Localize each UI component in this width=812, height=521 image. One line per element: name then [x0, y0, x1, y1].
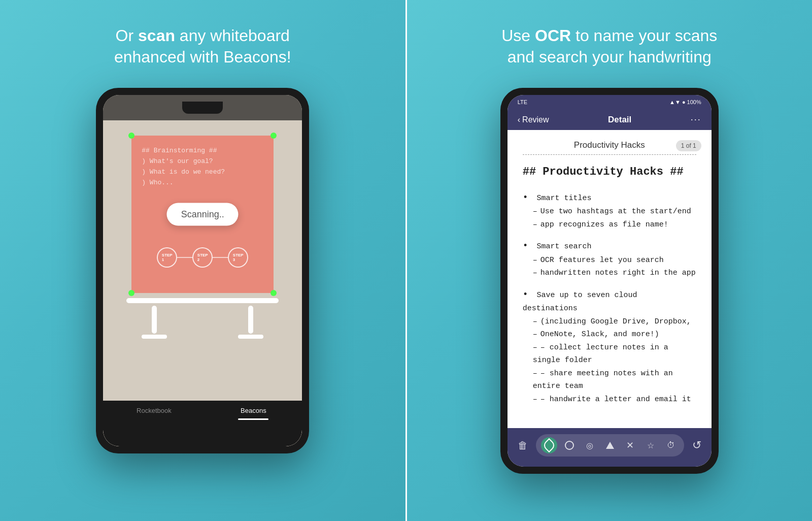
bullet3-main: Save up to seven cloud destinations: [523, 291, 637, 313]
tool-circle-icon[interactable]: [561, 437, 578, 453]
triangle-shape: [606, 442, 614, 449]
left-panel: Or scan any whiteboard enhanced with Bea…: [0, 0, 405, 521]
left-phone-mockup: ## Brainstorming ## ) What's our goal? )…: [96, 88, 309, 453]
bullet3-sub5: – handwrite a letter and email it: [523, 393, 696, 406]
bullet1-main: Smart titles: [537, 194, 592, 203]
whiteboard-board: ## Brainstorming ## ) What's our goal? )…: [131, 136, 274, 293]
tab-rocketbook[interactable]: Rocketbook: [137, 407, 172, 414]
star-symbol: ☆: [647, 441, 654, 450]
right-phone-mockup: LTE ▲▼ ● 100% ‹ Review Detail ··· 1 of 1…: [500, 88, 719, 474]
back-chevron-icon: ‹: [518, 115, 520, 124]
camera-view: ## Brainstorming ## ) What's our goal? )…: [103, 95, 302, 446]
right-phone-screen: LTE ▲▼ ● 100% ‹ Review Detail ··· 1 of 1…: [507, 95, 712, 467]
whiteboard-line1: ) What's our goal?: [142, 156, 263, 167]
whiteboard-title: ## Brainstorming ##: [142, 146, 263, 156]
tab-bar[interactable]: Rocketbook Beacons: [103, 401, 302, 446]
nav-back-label: Review: [522, 115, 549, 124]
bullet2-sub2: handwritten notes right in the app: [523, 267, 696, 280]
note-handwriting: ## Productivity Hacks ## Smart titles Us…: [523, 162, 696, 406]
trash-icon[interactable]: 🗑: [518, 440, 528, 451]
stand-leg-left: [152, 306, 157, 334]
right-title-line2: and search your handwriting: [507, 48, 712, 66]
bullet2-sub1: OCR features let you search: [523, 254, 696, 267]
tool-triangle-icon[interactable]: [602, 437, 618, 453]
status-icons: ▲▼ ● 100%: [669, 99, 701, 105]
stand-leg-right: [248, 306, 253, 334]
corner-dot-tr: [270, 133, 277, 139]
tab-active-indicator: [238, 418, 268, 420]
tool-x-icon[interactable]: ✕: [622, 437, 638, 453]
steps-row: STEP1 STEP2 STEP3: [157, 247, 248, 268]
clock-symbol: ⏱: [667, 441, 675, 450]
circle-shape: [565, 441, 574, 450]
right-panel: Use OCR to name your scans and search yo…: [407, 0, 813, 521]
tool-clock-icon[interactable]: ⏱: [663, 437, 679, 453]
stand-legs: [152, 306, 253, 334]
stand-foot-left: [142, 335, 167, 339]
step-2: STEP2: [192, 247, 213, 268]
nav-bar: ‹ Review Detail ···: [507, 109, 712, 130]
wave-symbol: ◎: [586, 441, 593, 450]
scanning-badge: Scanning..: [167, 203, 239, 226]
leaf-shape: [542, 438, 556, 452]
list-item-3: Save up to seven cloud destinations (inc…: [523, 287, 696, 406]
bullet1-sub1: Use two hashtags at the start/end: [523, 205, 696, 218]
status-lte: LTE: [518, 99, 527, 105]
bullet3-sub3: – collect lecture notes in a single fold…: [523, 341, 696, 367]
left-title-line2: enhanced with Beacons!: [114, 48, 291, 66]
document-title: Productivity Hacks: [523, 140, 696, 155]
bullet1-sub2: app recognizes as file name!: [523, 218, 696, 232]
left-phone-screen: ## Brainstorming ## ) What's our goal? )…: [103, 95, 302, 446]
tab-beacons[interactable]: Beacons: [238, 407, 268, 420]
undo-icon[interactable]: ↺: [692, 439, 701, 452]
status-bar: LTE ▲▼ ● 100%: [507, 95, 712, 109]
note-content: 1 of 1 Productivity Hacks ## Productivit…: [507, 130, 712, 428]
camera-top-bar: [103, 95, 302, 120]
bullet3-sub2: OneNote, Slack, and more!): [523, 328, 696, 341]
tab-rocketbook-label: Rocketbook: [137, 407, 172, 414]
note-toolbar: 🗑 ◎ ✕: [507, 428, 712, 467]
step-1: STEP1: [157, 247, 177, 268]
battery-level: 100%: [687, 99, 701, 105]
right-title-suffix: to name your scans: [576, 26, 717, 45]
tool-icons-row: ◎ ✕ ☆ ⏱: [536, 434, 684, 457]
whiteboard-text: ## Brainstorming ## ) What's our goal? )…: [142, 146, 263, 188]
nav-back-button[interactable]: ‹ Review: [518, 115, 549, 124]
bullet3-sub4: – share meeting notes with an entire tea…: [523, 367, 696, 393]
page-badge: 1 of 1: [676, 140, 701, 151]
whiteboard-line2: ) What is do we need?: [142, 167, 263, 178]
step-line-1: [177, 257, 192, 258]
stand-feet: [142, 335, 263, 339]
left-title: Or scan any whiteboard enhanced with Bea…: [114, 25, 291, 68]
tab-beacons-label: Beacons: [241, 407, 266, 414]
list-item-1: Smart titles Use two hashtags at the sta…: [523, 190, 696, 232]
step-line-2: [213, 257, 228, 258]
x-symbol: ✕: [626, 440, 634, 451]
list-item-2: Smart search OCR features let you search…: [523, 238, 696, 280]
camera-notch: [182, 102, 223, 114]
right-title: Use OCR to name your scans and search yo…: [501, 25, 717, 68]
tool-star-icon[interactable]: ☆: [642, 437, 659, 453]
scan-bold: scan: [138, 26, 175, 45]
corner-dot-bl: [128, 290, 134, 296]
tool-leaf-icon[interactable]: [541, 437, 557, 453]
whiteboard-stand: [126, 298, 279, 339]
bullet3-sub1: (including Google Drive, Dropbox,: [523, 315, 696, 329]
stand-top-bar: [126, 298, 279, 303]
nav-title: Detail: [608, 115, 631, 125]
ocr-bold: OCR: [535, 26, 571, 45]
step-3: STEP3: [228, 247, 248, 268]
bullet2-main: Smart search: [537, 242, 592, 251]
corner-dot-tl: [128, 133, 134, 139]
corner-dot-br: [270, 290, 277, 296]
stand-foot-right: [238, 335, 263, 339]
note-list: Smart titles Use two hashtags at the sta…: [523, 190, 696, 406]
nav-more-button[interactable]: ···: [691, 114, 701, 125]
whiteboard-line3: ) Who...: [142, 178, 263, 188]
tool-wave-icon[interactable]: ◎: [582, 437, 598, 453]
note-main-title: ## Productivity Hacks ##: [523, 162, 696, 181]
scanning-label: Scanning..: [181, 209, 224, 219]
